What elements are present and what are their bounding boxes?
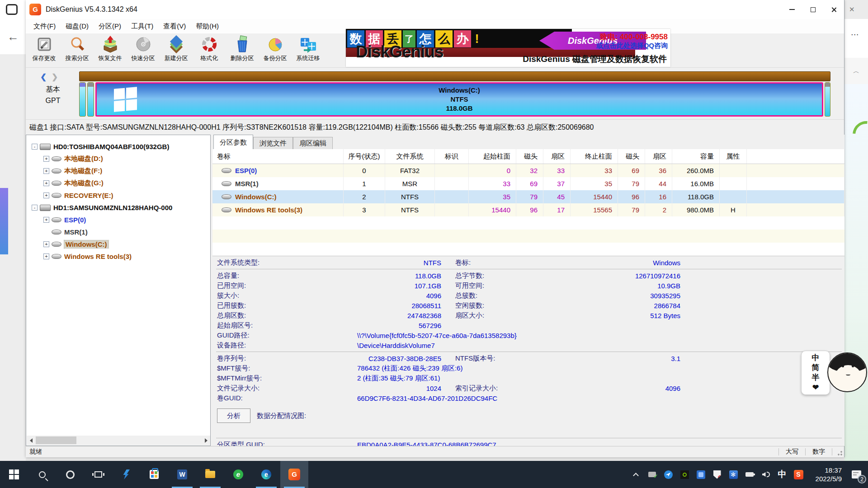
tree-item-hd1[interactable]: - HD1:SAMSUNGMZNLN128HAHQ-000: [26, 202, 210, 214]
col-flag[interactable]: 标识: [435, 149, 469, 164]
col-start-head[interactable]: 磁头: [516, 149, 543, 164]
delete-partition-button[interactable]: 删除分区: [226, 33, 259, 67]
taskbar-app-diskgenius[interactable]: G: [280, 461, 308, 488]
taskbar-app-word[interactable]: W: [168, 461, 196, 488]
col-end-sector[interactable]: 扇区: [645, 149, 672, 164]
tray-intel-graphics[interactable]: [693, 461, 709, 488]
scrollbar-thumb[interactable]: [36, 436, 76, 444]
recover-files-button[interactable]: 恢复文件: [94, 33, 127, 67]
ime-box[interactable]: 中 简 半 ❤: [801, 351, 830, 395]
tray-ime-mode[interactable]: 中: [774, 461, 790, 488]
scroll-up-icon[interactable]: ︿: [844, 58, 868, 84]
table-row-windows-selected[interactable]: Windows(C:) 2 NTFS 35 79 45 15440 96 16 …: [212, 190, 844, 203]
cortana-button[interactable]: [56, 461, 84, 488]
partition-bar-esp[interactable]: [79, 82, 86, 117]
col-no-status[interactable]: 序号(状态): [344, 149, 385, 164]
analyze-button[interactable]: 分析: [217, 408, 250, 423]
more-menu-icon[interactable]: ⋯: [851, 30, 859, 39]
format-button[interactable]: 格式化: [193, 33, 226, 67]
ime-status-widget[interactable]: 中 简 半 ❤: [801, 351, 868, 396]
tray-battery[interactable]: [741, 461, 758, 488]
tray-expand-button[interactable]: [627, 461, 644, 488]
col-start-cyl[interactable]: 起始柱面: [469, 149, 516, 164]
expand-icon[interactable]: +: [43, 156, 49, 162]
system-migrate-button[interactable]: 系统迁移: [292, 33, 325, 67]
tree-item-esp[interactable]: + ESP(0): [26, 214, 210, 226]
prev-disk-icon[interactable]: ❮: [40, 73, 47, 81]
tree-item-windows-re[interactable]: + Windows RE tools(3): [26, 250, 210, 263]
background-close-icon[interactable]: ✕: [849, 5, 855, 14]
tree-item-recovery-e[interactable]: + RECOVERY(E:): [26, 189, 210, 202]
next-disk-icon[interactable]: ❯: [52, 73, 58, 81]
expand-icon[interactable]: +: [43, 253, 49, 259]
taskbar-app-store[interactable]: [140, 461, 168, 488]
menu-view[interactable]: 查看(V): [158, 20, 191, 33]
ad-qq-link[interactable]: 或点击此处选择QQ咨询: [596, 42, 668, 50]
tab-partition-params[interactable]: 分区参数: [213, 135, 253, 149]
menu-disk[interactable]: 磁盘(D): [61, 20, 94, 33]
tab-browse-files[interactable]: 浏览文件: [253, 137, 293, 149]
tray-volume[interactable]: [758, 461, 774, 488]
collapse-icon[interactable]: -: [32, 205, 38, 211]
col-filesystem[interactable]: 文件系统: [385, 149, 435, 164]
back-arrow-icon[interactable]: ←: [7, 31, 19, 42]
tray-sogou[interactable]: S: [790, 461, 807, 488]
menu-help[interactable]: 帮助(H): [191, 20, 224, 33]
action-center-button[interactable]: 2: [844, 461, 868, 488]
partition-bar-retools[interactable]: [825, 82, 830, 117]
window-restore-icon[interactable]: [6, 4, 18, 15]
scroll-left-icon[interactable]: [27, 436, 36, 445]
table-row-msr[interactable]: MSR(1) 1 MSR 33 69 37 35 79 44 16.0MB: [212, 177, 844, 190]
scrollbar-track[interactable]: [36, 436, 202, 445]
table-row-esp[interactable]: ESP(0) 0 FAT32 0 32 33 33 69 36 260.0MB: [212, 164, 844, 177]
disk-header-strip[interactable]: [79, 71, 830, 81]
search-partition-button[interactable]: 搜索分区: [61, 33, 94, 67]
tree-item-local-f[interactable]: + 本地磁盘(F:): [26, 165, 210, 177]
expand-icon[interactable]: +: [43, 192, 49, 198]
taskbar-search-button[interactable]: [28, 461, 56, 488]
tree-item-local-d[interactable]: + 本地磁盘(D:): [26, 153, 210, 165]
taskbar-app-edge[interactable]: e: [252, 461, 280, 488]
partition-bar-windows-selected[interactable]: Windows(C:) NTFS 118.0GB: [95, 82, 823, 117]
col-end-cyl[interactable]: 终止柱面: [571, 149, 618, 164]
tree-horizontal-scrollbar[interactable]: [27, 436, 211, 445]
maximize-button[interactable]: [802, 0, 823, 19]
start-button[interactable]: [0, 461, 28, 488]
task-view-button[interactable]: [84, 461, 112, 488]
resize-grip[interactable]: [832, 446, 844, 457]
tree-item-msr[interactable]: MSR(1): [26, 226, 210, 238]
quick-partition-button[interactable]: 快速分区: [127, 33, 160, 67]
close-button[interactable]: [823, 0, 844, 19]
scroll-right-icon[interactable]: [202, 436, 211, 445]
taskbar-app-browser[interactable]: e: [224, 461, 252, 488]
taskbar-clock[interactable]: 18:37 2022/5/9: [807, 466, 844, 483]
col-end-head[interactable]: 磁头: [618, 149, 645, 164]
tray-messenger[interactable]: [660, 461, 676, 488]
minimize-button[interactable]: [782, 0, 802, 19]
expand-icon[interactable]: +: [43, 241, 49, 247]
tab-sector-edit[interactable]: 扇区编辑: [293, 137, 333, 149]
expand-icon[interactable]: +: [43, 180, 49, 186]
tray-snowflake-app[interactable]: ✻: [725, 461, 741, 488]
tree-item-windows-c[interactable]: + Windows(C:): [26, 238, 210, 250]
menu-tools[interactable]: 工具(T): [126, 20, 158, 33]
tray-printer[interactable]: [644, 461, 660, 488]
col-attributes[interactable]: 属性: [720, 149, 747, 164]
col-volume-label[interactable]: 卷标: [212, 149, 344, 164]
new-partition-button[interactable]: 新建分区: [160, 33, 193, 67]
expand-icon[interactable]: +: [43, 217, 49, 223]
partition-bar-msr[interactable]: [87, 82, 94, 117]
col-capacity[interactable]: 容量: [672, 149, 720, 164]
collapse-icon[interactable]: -: [32, 144, 38, 150]
tray-nvidia[interactable]: [676, 461, 693, 488]
expand-icon[interactable]: +: [43, 168, 49, 174]
tray-defender[interactable]: ✕: [709, 461, 725, 488]
taskbar-app-flash[interactable]: [112, 461, 140, 488]
menu-partition[interactable]: 分区(P): [94, 20, 126, 33]
menu-file[interactable]: 文件(F): [28, 20, 61, 33]
backup-partition-button[interactable]: 备份分区: [259, 33, 292, 67]
save-changes-button[interactable]: 保存更改: [28, 33, 61, 67]
col-start-sector[interactable]: 扇区: [543, 149, 571, 164]
table-row-windows-re[interactable]: Windows RE tools(3) 3 NTFS 15440 96 17 1…: [212, 203, 844, 216]
taskbar-app-explorer[interactable]: [196, 461, 224, 488]
